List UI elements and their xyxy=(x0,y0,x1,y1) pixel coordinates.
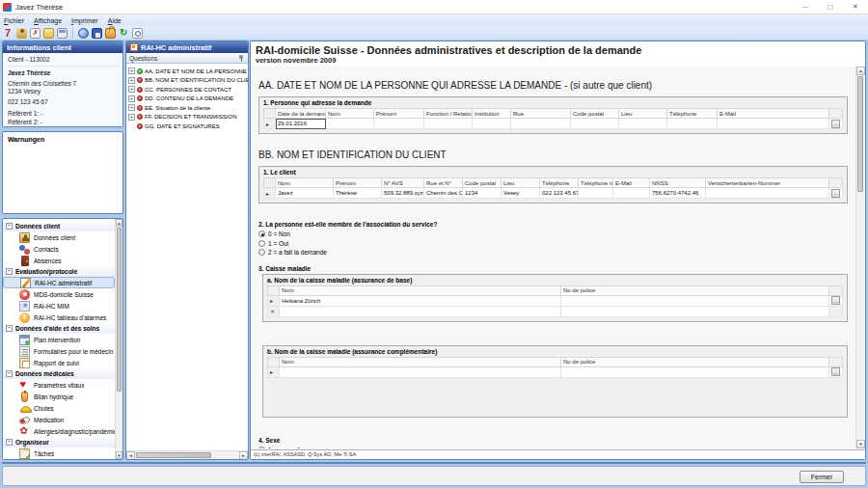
sidebar-item-mds-domicile[interactable]: MDS-domicile Suisse xyxy=(3,288,115,300)
column-header[interactable]: Versichertenkarten-Nummer xyxy=(706,178,829,188)
question-node-cc[interactable]: +CC. PERSONNES DE CONTACT xyxy=(128,85,248,95)
lock-icon[interactable] xyxy=(105,28,116,39)
column-header[interactable]: Téléphone xyxy=(540,178,579,188)
column-header[interactable]: Prénom xyxy=(334,178,382,188)
cell[interactable]: 1234 xyxy=(463,188,502,199)
radio-button-checked[interactable] xyxy=(258,230,265,237)
collapse-icon[interactable] xyxy=(6,268,13,275)
scroll-down-icon[interactable]: ▼ xyxy=(116,451,122,459)
cell[interactable]: Chemin des Crois... xyxy=(424,188,463,199)
question-node-dd[interactable]: +DD. CONTENU DE LA DEMANDE xyxy=(128,95,248,104)
scroll-down-icon[interactable]: ▼ xyxy=(856,440,865,448)
scroll-thumb[interactable] xyxy=(857,76,863,192)
sidebar-item-taches[interactable]: Tâches xyxy=(3,447,115,459)
scroll-up-icon[interactable]: ▲ xyxy=(856,67,865,75)
question-node-ee[interactable]: +EE. Situation de la cliente xyxy=(128,103,248,113)
pushpin-icon[interactable] xyxy=(238,55,245,62)
cell[interactable] xyxy=(667,119,718,129)
cell[interactable]: 022 123 45 67 xyxy=(540,188,579,199)
sidebar-item-rapport-suivi[interactable]: Rapport de suivi xyxy=(3,357,115,368)
sidebar-item-chutes[interactable]: Chutes xyxy=(3,402,115,414)
column-header[interactable]: Code postal xyxy=(571,109,619,119)
sidebar-item-allergies[interactable]: Allergies/diagnostic/pandémie xyxy=(3,425,115,437)
scroll-right-icon[interactable]: ► xyxy=(239,451,248,460)
expand-icon[interactable]: + xyxy=(128,114,135,121)
cell[interactable] xyxy=(613,188,650,199)
column-header[interactable]: N° AVS xyxy=(382,178,424,188)
collapse-icon[interactable] xyxy=(6,370,13,377)
expand-icon[interactable]: + xyxy=(128,104,135,111)
column-header[interactable]: Nom xyxy=(280,285,561,295)
cell[interactable] xyxy=(374,119,424,129)
expand-icon[interactable]: + xyxy=(128,95,135,102)
column-header[interactable]: No de police xyxy=(561,357,829,366)
question-node-ff[interactable]: +FF. DECISION ET TRANSMISSION xyxy=(128,113,248,122)
column-header[interactable]: Institution xyxy=(473,109,511,119)
logo-seven-icon[interactable] xyxy=(3,28,14,39)
column-header[interactable]: Nom xyxy=(326,109,374,119)
scroll-left-icon[interactable]: ◄ xyxy=(126,451,135,460)
date-demande-cell[interactable]: 29.01.2016 xyxy=(276,119,326,129)
cell[interactable]: 509.32.889.xyz xyxy=(382,188,424,199)
column-header[interactable]: E-Mail xyxy=(718,109,829,119)
cell[interactable] xyxy=(706,188,829,199)
cell[interactable] xyxy=(561,295,829,306)
cell[interactable]: 756.6270.4742.46 xyxy=(650,188,706,199)
nav-group-evaluation[interactable]: Evaluation/protocole xyxy=(3,266,115,277)
sidebar-item-contacts[interactable]: Contacts xyxy=(3,243,115,255)
sidebar-item-rai-hc-administratif[interactable]: RAI-HC administratif xyxy=(3,277,115,288)
cell[interactable] xyxy=(473,119,511,129)
menu-aide[interactable]: Aide xyxy=(108,17,122,24)
cell[interactable]: Helsana Zürich xyxy=(280,295,561,306)
column-header[interactable]: Prénom xyxy=(374,109,424,119)
nav-group-organiseur[interactable]: Organiseur xyxy=(3,437,115,447)
menu-imprimer[interactable]: Imprimer xyxy=(71,17,98,24)
column-header[interactable]: Téléphone xyxy=(667,109,718,119)
radio-option[interactable]: 0 = Non xyxy=(258,230,848,239)
form-vscrollbar[interactable]: ▲ ▼ xyxy=(855,67,864,448)
column-header[interactable]: Fonction / Relation xyxy=(424,109,473,119)
column-header[interactable]: Nom xyxy=(276,178,334,188)
sidebar-item-formulaires-medecin[interactable]: Formulaires pour le médecin xyxy=(3,345,115,357)
close-icon[interactable] xyxy=(843,0,868,14)
save-icon[interactable] xyxy=(92,28,102,39)
cell[interactable] xyxy=(579,188,613,199)
radio-option[interactable]: 1 = masculin xyxy=(258,446,848,449)
ellipsis-button[interactable] xyxy=(831,189,840,198)
question-node-aa[interactable]: +AA. DATE ET NOM DE LA PERSONNE QUI AD xyxy=(128,67,248,76)
ellipsis-button[interactable] xyxy=(831,120,840,128)
cell[interactable] xyxy=(280,306,561,316)
ellipsis-button[interactable] xyxy=(831,367,840,376)
column-header[interactable]: Téléphone mobile xyxy=(579,178,613,188)
client-icon[interactable] xyxy=(16,28,27,39)
questions-hscrollbar[interactable]: ◄ ► xyxy=(126,450,248,459)
column-header[interactable]: Lieu xyxy=(502,178,540,188)
column-header[interactable]: Rue et N° xyxy=(424,178,463,188)
cell[interactable] xyxy=(561,306,829,316)
collapse-icon[interactable] xyxy=(6,223,13,230)
column-header[interactable]: Rue xyxy=(511,109,571,119)
minimize-icon[interactable] xyxy=(793,0,818,14)
nav-group-aide-soins[interactable]: Données d'aide et des soins xyxy=(3,323,115,334)
fermer-button[interactable]: Fermer xyxy=(800,471,844,483)
nav-scrollbar[interactable]: ▲ ▼ xyxy=(115,219,122,459)
clock-icon[interactable] xyxy=(78,28,89,39)
column-header[interactable]: Date de la demande xyxy=(276,109,326,119)
column-header[interactable]: Nom xyxy=(280,357,561,366)
collapse-icon[interactable] xyxy=(6,325,13,332)
cell[interactable] xyxy=(280,366,561,377)
nav-group-donnees-client[interactable]: Données client xyxy=(3,221,115,231)
report-icon[interactable] xyxy=(30,28,41,39)
sidebar-item-absences[interactable]: Absences xyxy=(3,255,115,266)
question-node-bb[interactable]: +BB. NOM ET IDENTIFICATION DU CLIENT xyxy=(128,76,248,86)
radio-button[interactable] xyxy=(258,447,265,448)
expand-icon[interactable]: + xyxy=(128,86,135,93)
scroll-thumb[interactable] xyxy=(117,228,122,392)
cell[interactable]: Javez xyxy=(276,188,334,199)
scroll-up-icon[interactable]: ▲ xyxy=(116,219,122,227)
radio-option[interactable]: 2 = a fait la demande xyxy=(258,248,848,258)
sidebar-item-plan-intervention[interactable]: Plan intervention xyxy=(3,334,115,345)
sidebar-item-bilan-hydrique[interactable]: Bilan hydrique xyxy=(3,391,115,402)
sidebar-item-donnees-client[interactable]: Données client xyxy=(3,231,115,243)
cell[interactable]: Thérèse xyxy=(334,188,382,199)
